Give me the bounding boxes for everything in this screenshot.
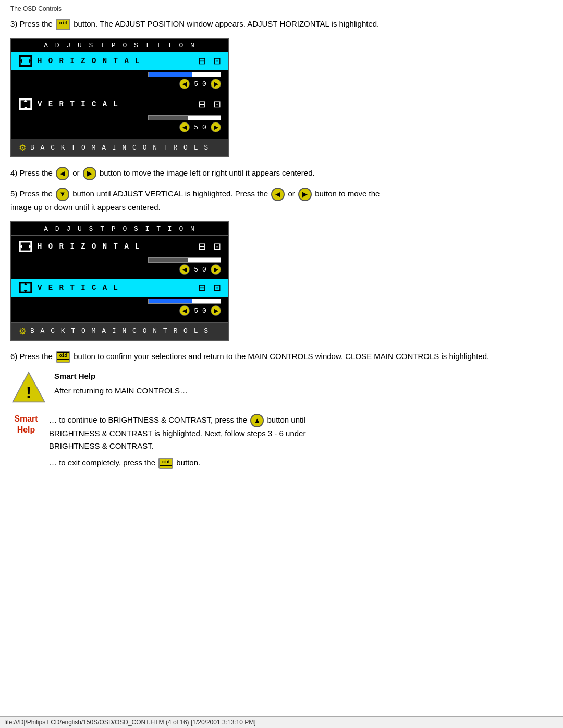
- right-arrow-btn-1[interactable]: ▶: [83, 167, 96, 180]
- v-ctrl-icons-2: ⊟ ⊡: [198, 282, 221, 293]
- step6-suffix: button to confirm your selections and re…: [74, 352, 489, 361]
- h-left-icon-1: ⊟: [198, 55, 206, 67]
- v-left-icon-2: ⊟: [198, 282, 206, 293]
- vertical-label-1: V E R T I C A L: [38, 100, 119, 108]
- horizontal-row-2: H O R I Z O N T A L ⊟ ⊡: [11, 238, 228, 255]
- panel1-title: A D J U S T P O S I T I O N: [11, 39, 228, 52]
- left-arrow-btn-1[interactable]: ◀: [56, 167, 69, 180]
- back-icon-1: ⚙: [19, 143, 26, 153]
- smart-help-text: Smart Help After returning to MAIN CONTR…: [54, 370, 188, 397]
- svg-text:!: !: [26, 383, 32, 402]
- v-right-icon-1: ⊡: [213, 98, 221, 110]
- after-returning-text: After returning to MAIN CONTROLS…: [54, 385, 188, 397]
- h-left-btn-2[interactable]: ◀: [179, 264, 190, 275]
- back-label-1: B A C K T O M A I N C O N T R O L S: [30, 144, 209, 152]
- vertical-icon-2: [19, 282, 32, 293]
- h-right-icon-1: ⊡: [213, 55, 221, 67]
- step3-para: 3) Press the oid button. The ADJUST POSI…: [10, 18, 553, 30]
- back-label-2: B A C K T O M A I N C O N T R O L S: [30, 327, 209, 335]
- horizontal-label-1: H O R I Z O N T A L: [38, 57, 141, 65]
- adjust-panel-2: A D J U S T P O S I T I O N H O R I Z O …: [10, 221, 229, 341]
- smart-help-line1b: button until: [267, 415, 305, 424]
- back-row-1: ⚙ B A C K T O M A I N C O N T R O L S: [11, 139, 228, 156]
- h-left-btn-1[interactable]: ◀: [179, 79, 190, 89]
- exit-line2-text: button.: [176, 458, 200, 467]
- smart-help-line1-text: … to continue to BRIGHTNESS & CONTRAST, …: [49, 415, 247, 424]
- smart-help-content: … to continue to BRIGHTNESS & CONTRAST, …: [49, 414, 553, 469]
- smart-help-section: ! Smart Help After returning to MAIN CON…: [10, 370, 553, 406]
- step3-prefix: 3) Press the: [10, 19, 53, 28]
- vertical-row-1: V E R T I C A L ⊟ ⊡: [11, 95, 228, 113]
- adjust-panel-1: A D J U S T P O S I T I O N H O R I Z O …: [10, 38, 229, 157]
- step4-para: 4) Press the ◀ or ▶ button to move the i…: [10, 167, 553, 180]
- smart-help-label-text: SmartHelp: [14, 414, 38, 434]
- smart-help-exit: … to exit completely, press the oid butt…: [49, 456, 553, 469]
- h-ctrl-icons-2: ⊟ ⊡: [198, 241, 221, 252]
- horizontal-row-1: H O R I Z O N T A L ⊟ ⊡: [11, 52, 228, 70]
- step5-suffix: button until ADJUST VERTICAL is highligh…: [72, 189, 268, 198]
- h-slider-row-1: ◀ 5 0 ▶: [11, 70, 228, 93]
- v-slider-row-2: ◀ 5 0 ▶: [11, 297, 228, 320]
- step4-or: or: [72, 168, 82, 177]
- back-icon-2: ⚙: [19, 326, 26, 336]
- smart-help-main: SmartHelp … to continue to BRIGHTNESS & …: [10, 414, 553, 469]
- smart-help-label: SmartHelp: [10, 414, 42, 436]
- v-right-btn-1[interactable]: ▶: [211, 122, 221, 132]
- v-ctrl-icons-1: ⊟ ⊡: [198, 98, 221, 110]
- h-ctrl-icons-1: ⊟ ⊡: [198, 55, 221, 67]
- v-slider-row-1: ◀ 5 0 ▶: [11, 113, 228, 137]
- horizontal-label-2: H O R I Z O N T A L: [38, 242, 141, 251]
- panel2-title: A D J U S T P O S I T I O N: [11, 222, 228, 236]
- down-arrow-btn[interactable]: ▼: [56, 188, 69, 201]
- h-value-2: 5 0: [193, 266, 207, 274]
- osd-button-icon-1: oid: [56, 19, 70, 30]
- step3-suffix: button. The ADJUST POSITION window appea…: [74, 19, 379, 28]
- exit-line-text: … to exit completely, press the: [49, 458, 155, 467]
- step6-para: 6) Press the oid button to confirm your …: [10, 350, 553, 363]
- step5-line2: image up or down until it appears center…: [10, 203, 161, 212]
- osd-button-icon-2: oid: [56, 351, 70, 363]
- page-title: The OSD Controls: [10, 5, 62, 13]
- footer-bar: file:///D|/Philips LCD/english/150S/OSD/…: [0, 716, 563, 728]
- step4-suffix2: button to move the image left or right u…: [100, 168, 315, 177]
- vertical-icon-1: [19, 98, 32, 110]
- right-arrow-btn-2[interactable]: ▶: [298, 188, 312, 201]
- step4-text: 4) Press the: [10, 168, 53, 177]
- horizontal-icon-2: [19, 241, 32, 252]
- page-title-bar: The OSD Controls: [10, 5, 553, 13]
- horizontal-icon-1: [19, 55, 32, 67]
- v-left-btn-1[interactable]: ◀: [179, 122, 190, 132]
- up-arrow-btn[interactable]: ▲: [250, 414, 264, 427]
- smart-help-line3: BRIGHTNESS & CONTRAST.: [49, 441, 154, 450]
- v-left-btn-2[interactable]: ◀: [179, 305, 190, 316]
- h-right-btn-2[interactable]: ▶: [211, 264, 221, 275]
- h-value-1: 5 0: [193, 80, 207, 88]
- osd-button-icon-3: oid: [158, 458, 173, 469]
- step5-text: 5) Press the: [10, 189, 53, 198]
- h-left-icon-2: ⊟: [198, 241, 206, 252]
- warning-triangle-icon: !: [10, 370, 47, 406]
- h-slider-row-2: ◀ 5 0 ▶: [11, 255, 228, 279]
- step6-text: 6) Press the: [10, 352, 53, 361]
- smart-help-title: Smart Help: [54, 370, 188, 382]
- vertical-row-2: V E R T I C A L ⊟ ⊡: [11, 279, 228, 297]
- smart-help-line1: … to continue to BRIGHTNESS & CONTRAST, …: [49, 414, 553, 452]
- step5-para: 5) Press the ▼ button until ADJUST VERTI…: [10, 188, 553, 214]
- v-left-icon-1: ⊟: [198, 98, 206, 110]
- step5-or: or: [288, 189, 297, 198]
- vertical-label-2: V E R T I C A L: [38, 283, 119, 292]
- v-value-2: 5 0: [193, 307, 207, 315]
- left-arrow-btn-2[interactable]: ◀: [271, 188, 285, 201]
- h-right-icon-2: ⊡: [213, 241, 221, 252]
- v-right-btn-2[interactable]: ▶: [211, 305, 221, 316]
- v-right-icon-2: ⊡: [213, 282, 221, 293]
- step5-suffix3: button to move the: [315, 189, 380, 198]
- smart-help-line2: BRIGHTNESS & CONTRAST is highlighted. Ne…: [49, 429, 305, 438]
- footer-text: file:///D|/Philips LCD/english/150S/OSD/…: [4, 719, 256, 726]
- h-right-btn-1[interactable]: ▶: [211, 79, 221, 89]
- back-row-2: ⚙ B A C K T O M A I N C O N T R O L S: [11, 322, 228, 340]
- v-value-1: 5 0: [193, 124, 207, 131]
